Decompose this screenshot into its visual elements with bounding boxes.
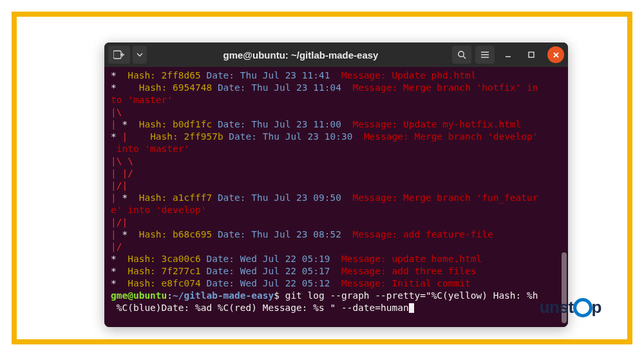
minimize-icon <box>504 51 512 59</box>
logo-o-icon <box>573 298 592 317</box>
prompt-dollar: $ <box>274 290 285 301</box>
minimize-button[interactable] <box>498 46 518 64</box>
terminal-window: gme@ubuntu: ~/gitlab-made-easy <box>104 42 568 327</box>
git-log-output: * Hash: 2ff8d65 Date: Thu Jul 23 11:41 M… <box>111 70 563 290</box>
svg-point-3 <box>459 52 464 57</box>
svg-rect-0 <box>113 51 121 59</box>
prompt-line: gme@ubuntu:~/gitlab-made-easy$ git log -… <box>111 290 563 314</box>
close-button[interactable] <box>547 46 564 63</box>
svg-rect-9 <box>529 52 534 57</box>
search-icon <box>457 50 466 59</box>
hamburger-icon <box>480 51 489 59</box>
menu-button[interactable] <box>475 46 495 64</box>
chevron-down-icon <box>137 53 143 57</box>
prompt-userhost: gme@ubuntu <box>111 290 167 301</box>
maximize-icon <box>527 51 535 59</box>
new-tab-button[interactable] <box>108 46 130 64</box>
search-button[interactable] <box>452 46 471 64</box>
close-icon <box>553 52 560 59</box>
command-text-2: %C(blue)Date: %ad %C(red) Message: %s " … <box>111 303 409 313</box>
window-titlebar: gme@ubuntu: ~/gitlab-made-easy <box>104 42 568 67</box>
svg-line-4 <box>463 56 466 59</box>
unstop-logo: unstp <box>540 297 601 317</box>
cursor <box>409 303 414 313</box>
prompt-path: ~/gitlab-made-easy <box>173 290 274 301</box>
command-text-1: git log --graph --pretty="%C(yellow) Has… <box>285 290 538 301</box>
terminal-body[interactable]: * Hash: 2ff8d65 Date: Thu Jul 23 11:41 M… <box>104 67 568 327</box>
maximize-button[interactable] <box>522 46 541 64</box>
new-tab-icon <box>113 50 125 59</box>
prompt-sep: : <box>167 290 173 301</box>
window-title: gme@ubuntu: ~/gitlab-made-easy <box>149 50 452 61</box>
content-frame: gme@ubuntu: ~/gitlab-made-easy <box>12 12 632 344</box>
tab-dropdown-button[interactable] <box>133 46 147 64</box>
